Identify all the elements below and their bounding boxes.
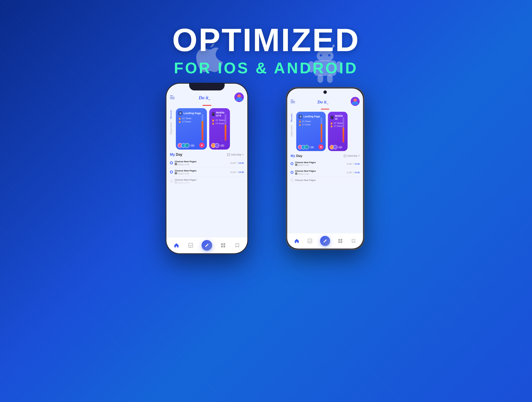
task-info-3: Choose New Pages Mobile Ui Kit — [175, 179, 240, 184]
svg-rect-27 — [344, 155, 346, 157]
svg-rect-32 — [308, 239, 312, 243]
svg-rect-36 — [340, 241, 342, 243]
svg-rect-6 — [175, 172, 177, 174]
android-red-indicator — [321, 109, 330, 110]
nav-bookmark-ios[interactable] — [234, 242, 241, 249]
android-dropdown-arrow[interactable]: ▾ — [358, 155, 360, 158]
android-avatars-2: +3 — [330, 145, 343, 149]
myday-date: Saturday ▾ — [227, 153, 244, 156]
avatar-3 — [185, 143, 189, 148]
header-section: OPTIMIZED FOR IOS & ANDROID — [0, 0, 532, 77]
android-task-info-1: Choose New Pages Mobile Ui Kit — [295, 161, 345, 166]
svg-rect-12 — [223, 246, 225, 247]
android-task-time-1: 11:30 To 14:30 — [347, 163, 359, 165]
nav-bookmark-android[interactable] — [351, 238, 357, 244]
svg-rect-34 — [340, 239, 342, 241]
android-user-avatar[interactable] — [351, 97, 359, 106]
android-sidebar-important[interactable]: Important — [291, 123, 294, 138]
svg-rect-11 — [221, 246, 223, 247]
android-progress-2 — [343, 117, 344, 142]
task-item-2[interactable]: Choose New Pages Mobile Ui Kit 11:30 To … — [170, 168, 244, 177]
android-task-time-2: 11:30 To 14:30 — [347, 171, 359, 174]
card-tasks-1: 🔥21 Tasks — [178, 117, 205, 120]
android-card-landing[interactable]: 🖥 Landing Page 🔥21 Tasks 🔥17 Done — [296, 112, 326, 151]
svg-rect-9 — [221, 243, 223, 245]
red-indicator — [202, 105, 211, 106]
sidebar-important[interactable]: Important — [170, 120, 174, 136]
android-myday-header: My Day Saturday ▾ — [291, 154, 360, 158]
menu-icon[interactable] — [170, 95, 175, 99]
phones-container: Do it_ — [0, 83, 532, 254]
card-icon-2: 📱 — [212, 112, 215, 116]
android-app-logo: Do it_ — [317, 98, 328, 105]
svg-rect-8 — [189, 243, 193, 247]
nav-check-android[interactable] — [307, 238, 313, 244]
android-avatar-count-1: +3 — [310, 146, 314, 149]
android-myday-date: Saturday ▾ — [344, 155, 360, 158]
android-card-icon-1: 🖥 — [299, 115, 302, 119]
sidebar-recent[interactable]: Recent — [170, 108, 174, 120]
project-icon-1 — [175, 163, 177, 165]
nav-grid-android[interactable] — [337, 238, 343, 244]
ios-phone-wrapper: Do it_ — [166, 83, 248, 254]
android-card-mobile[interactable]: 📱 Mobile Ui 🔥21 Tasks 🔥17 Done — [328, 112, 348, 151]
ios-notch — [189, 83, 225, 90]
card-icon-1: 🖥 — [178, 111, 182, 115]
sidebar-labels: Recent Important — [170, 108, 174, 150]
star-badge-1[interactable]: ★ — [199, 142, 205, 148]
android-calendar-icon — [344, 155, 347, 158]
calendar-icon — [227, 153, 230, 156]
bottom-nav-ios — [166, 237, 247, 253]
card-avatars-1: +3 — [178, 143, 195, 148]
dropdown-arrow[interactable]: ▾ — [242, 153, 244, 156]
task-name-1: Choose New Pages — [175, 160, 228, 163]
android-avatar-3 — [305, 145, 309, 149]
task-item-3[interactable]: Choose New Pages Mobile Ui Kit — — [170, 177, 244, 186]
nav-home-android[interactable] — [293, 238, 300, 244]
android-task-1[interactable]: Choose New Pages Mobile Ui Kit 11:30 To … — [291, 160, 360, 168]
nav-fab-ios[interactable] — [202, 240, 212, 251]
nav-home-ios[interactable] — [173, 242, 180, 249]
avatar-5 — [215, 143, 219, 148]
card-progress-fill-1 — [202, 121, 203, 141]
android-day-label: Saturday — [347, 155, 357, 158]
android-menu-icon[interactable] — [291, 100, 295, 103]
myday-day: Day — [176, 153, 182, 157]
android-card-stats-1: 🔥21 Tasks 🔥17 Done — [299, 120, 324, 126]
nav-check-ios[interactable] — [187, 242, 194, 249]
android-task-3[interactable]: Choose New Pages — [291, 177, 360, 184]
android-sidebar-recent[interactable]: Recent — [291, 112, 294, 123]
android-task-check-2 — [291, 171, 293, 174]
card-progress-2 — [225, 114, 226, 141]
task-project-1: Mobile Ui Kit — [175, 163, 228, 166]
android-avatar-5 — [333, 145, 338, 149]
android-progress-fill-1 — [321, 124, 322, 142]
grid-icon — [220, 243, 226, 248]
svg-rect-7 — [175, 181, 177, 184]
android-star-badge[interactable]: ★ — [318, 144, 323, 149]
android-myday-my: My — [291, 154, 295, 158]
project-card-mobile[interactable]: 📱 Mobile Ui K 🔥21 Tasks 🔥17 Done — [209, 108, 230, 150]
card-progress-1 — [202, 114, 203, 141]
android-myday-section: My Day Saturday ▾ — [291, 154, 360, 184]
user-avatar[interactable] — [234, 93, 244, 102]
android-app-content: Do it_ — [287, 88, 363, 249]
nav-grid-ios[interactable] — [220, 242, 226, 249]
myday-my: My — [170, 153, 175, 157]
app-header: Do it_ — [170, 93, 244, 102]
home-icon — [174, 243, 179, 248]
project-card-landing[interactable]: 🖥 Landing Page 🔥21 Tasks 🔥17 Done — [176, 108, 207, 150]
android-cards-section: Recent Important 🖥 Landing Page — [291, 112, 360, 151]
nav-fab-android[interactable] — [320, 236, 330, 246]
android-screen: Do it_ — [287, 88, 363, 249]
day-label: Saturday — [231, 153, 241, 156]
android-avatars-1: +3 — [298, 145, 314, 149]
android-task-2[interactable]: Choose New Pages Mobile Ui Kit 11:30 To … — [291, 168, 360, 177]
task-item-1[interactable]: Choose New Pages Mobile Ui Kit 11:30 To … — [170, 158, 244, 168]
card-progress-fill-2 — [225, 125, 226, 141]
main-subtitle: FOR IOS & ANDROID — [0, 59, 532, 77]
svg-rect-5 — [175, 163, 177, 165]
task-check-3 — [170, 180, 173, 183]
android-project-icon-1 — [295, 164, 297, 166]
edit-icon — [204, 243, 210, 248]
